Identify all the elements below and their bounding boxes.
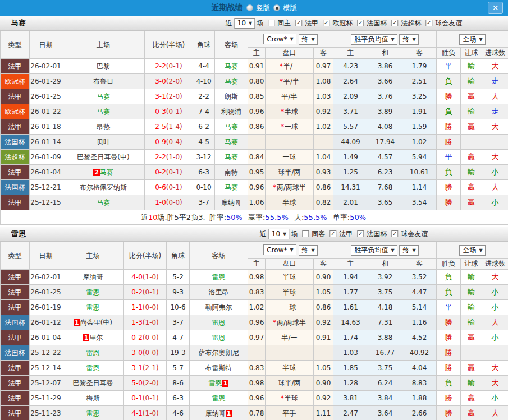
avg-home-odds-cell: 1.25 bbox=[333, 165, 368, 180]
filters-marseille: 近 10 ▼ 场 同主 法甲 欧冠杯 法国杯 法超杯 球会友谊 bbox=[226, 16, 462, 30]
result-wdl-cell: 負 bbox=[437, 104, 461, 119]
col-away: 客场 bbox=[215, 31, 248, 59]
competition-badge: 法甲 bbox=[1, 59, 30, 74]
league-label-ligue1[interactable]: 法甲 bbox=[339, 229, 353, 239]
full-score: 2-2 bbox=[155, 153, 166, 161]
star-mark: * bbox=[281, 394, 284, 402]
avg-home-odds-cell: 14.31 bbox=[333, 180, 368, 195]
avg-home-odds-cell: 1.77 bbox=[333, 285, 368, 300]
avg-draw-odds-cell: 3.76 bbox=[368, 89, 402, 104]
bookmaker-select[interactable]: Crow*▼ bbox=[263, 244, 296, 255]
corner-count: 3-12 bbox=[193, 150, 215, 165]
away-team-cell: 南特 bbox=[215, 165, 248, 180]
match-count-select[interactable]: 10 ▼ bbox=[268, 229, 289, 239]
same-venue-checkbox[interactable] bbox=[268, 20, 274, 26]
corner-count: 6-3 bbox=[193, 165, 215, 180]
radio-horizontal-layout[interactable] bbox=[273, 4, 280, 11]
handicap-cell: *半球 bbox=[266, 104, 314, 119]
league-checkbox-ligue1[interactable] bbox=[329, 230, 336, 237]
league-label-coupe[interactable]: 法国杯 bbox=[367, 229, 387, 239]
league-checkbox-friendly[interactable] bbox=[391, 230, 398, 237]
avg-home-odds-cell: 44.09 bbox=[333, 135, 368, 150]
home-team-cell: 贝叶 bbox=[62, 135, 145, 150]
near-label: 近 bbox=[226, 19, 232, 28]
full-score: 2-5 bbox=[155, 123, 166, 131]
avg-home-odds-cell: 1.61 bbox=[333, 300, 368, 315]
away-odds-cell bbox=[314, 345, 333, 361]
same-venue-label[interactable]: 同主 bbox=[277, 19, 291, 28]
league-checkbox-ucl[interactable] bbox=[323, 20, 329, 26]
away-team-cell: 马赛 bbox=[215, 150, 248, 165]
final-odds-select[interactable]: 终▼ bbox=[299, 245, 318, 256]
away-odds-cell: 1.11 bbox=[314, 406, 333, 420]
away-team-name: 雷恩 bbox=[212, 273, 226, 281]
away-team-name: 雷恩 bbox=[212, 394, 226, 402]
full-score: 0-6 bbox=[155, 183, 166, 191]
league-label-friendly[interactable]: 球会友谊 bbox=[435, 19, 462, 28]
col-corner: 角球 bbox=[167, 242, 190, 270]
away-odds-cell: 1.08 bbox=[314, 74, 333, 89]
away-team-name: 萨布尔奥朗尼 bbox=[199, 349, 239, 357]
col-odds-home: 主 bbox=[248, 259, 266, 270]
result-wdl-cell: 勝 bbox=[437, 135, 461, 150]
home-odds-cell: 0.95 bbox=[248, 165, 266, 180]
match-count-select[interactable]: 10 ▼ bbox=[234, 18, 255, 29]
result-handicap-cell: 輸 bbox=[461, 300, 482, 315]
league-label-coupe[interactable]: 法国杯 bbox=[367, 19, 387, 28]
final-avg-select[interactable]: 终▼ bbox=[399, 34, 418, 45]
close-button[interactable]: ✕ bbox=[488, 2, 503, 14]
final-odds-select[interactable]: 终▼ bbox=[299, 34, 318, 45]
final-avg-select[interactable]: 终▼ bbox=[399, 245, 418, 256]
league-checkbox-friendly[interactable] bbox=[425, 20, 432, 26]
league-checkbox-coupe[interactable] bbox=[357, 20, 364, 26]
away-odds-cell bbox=[314, 135, 333, 150]
same-venue-label[interactable]: 同客 bbox=[312, 229, 325, 239]
competition-badge: 法甲 bbox=[1, 119, 30, 135]
col-home: 主场 bbox=[62, 31, 145, 59]
chevron-down-icon: ▼ bbox=[391, 37, 394, 42]
home-odds-cell: 0.96 bbox=[248, 180, 266, 195]
league-label-friendly[interactable]: 球会友谊 bbox=[401, 229, 428, 239]
radio-horizontal-label[interactable]: 横版 bbox=[283, 3, 297, 13]
league-checkbox-coupe[interactable] bbox=[357, 230, 364, 237]
handicap-text: 一球 bbox=[285, 123, 298, 131]
star-mark: * bbox=[273, 319, 276, 326]
avg-draw-odds-cell: 3.84 bbox=[368, 391, 402, 406]
result-wdl-cell: 勝 bbox=[437, 195, 461, 210]
col-handicap: 盘口 bbox=[266, 259, 314, 270]
handicap-cell: 半/一 bbox=[266, 330, 314, 345]
avg-away-odds-cell: 2.66 bbox=[402, 406, 437, 420]
league-label-ucl[interactable]: 欧冠杯 bbox=[332, 19, 353, 28]
match-date: 25-12-14 bbox=[30, 361, 62, 376]
match-date: 25-11-23 bbox=[30, 406, 62, 420]
same-venue-checkbox[interactable] bbox=[302, 230, 309, 237]
result-handicap-cell: 輸 bbox=[461, 315, 482, 330]
radio-vertical-label[interactable]: 竖版 bbox=[257, 3, 270, 13]
scope-select[interactable]: 全场▼ bbox=[459, 245, 485, 256]
avg-odds-select[interactable]: 胜平负均值▼ bbox=[351, 245, 397, 256]
avg-odds-select[interactable]: 胜平负均值▼ bbox=[351, 34, 397, 45]
bookmaker-select[interactable]: Crow*▼ bbox=[263, 34, 296, 44]
col-type: 类型 bbox=[1, 242, 30, 270]
result-handicap-cell bbox=[461, 345, 482, 361]
league-checkbox-supercup[interactable] bbox=[391, 20, 398, 26]
league-label-ligue1[interactable]: 法甲 bbox=[305, 19, 318, 28]
handicap-cell bbox=[266, 345, 314, 361]
match-date: 26-01-04 bbox=[30, 165, 62, 180]
home-team-name: 马赛 bbox=[97, 199, 110, 206]
competition-badge: 法甲 bbox=[1, 391, 30, 406]
odds-group-header: Crow*▼ 终▼ bbox=[248, 31, 333, 48]
match-date: 26-01-04 bbox=[30, 330, 62, 345]
radio-vertical-layout[interactable] bbox=[246, 4, 253, 11]
home-team-cell: 雷恩 bbox=[62, 345, 124, 361]
scope-select[interactable]: 全场▼ bbox=[459, 34, 485, 45]
league-checkbox-ligue1[interactable] bbox=[295, 20, 302, 26]
match-row: 法甲26-01-19雷恩1-1(0-0)10-6勒阿弗尔1.02一球0.861.… bbox=[1, 300, 508, 315]
full-score: 5-0 bbox=[131, 379, 143, 387]
chevron-down-icon: ▼ bbox=[290, 247, 294, 252]
match-row: 法甲26-02-01巴黎2-2(0-1)4-4马赛0.91*半/一0.974.2… bbox=[1, 59, 508, 74]
handicap-cell: 球半/两 bbox=[266, 376, 314, 391]
league-label-supercup[interactable]: 法超杯 bbox=[401, 19, 421, 28]
corner-count: 7-4 bbox=[193, 104, 215, 119]
corner-count: 4-10 bbox=[193, 74, 215, 89]
